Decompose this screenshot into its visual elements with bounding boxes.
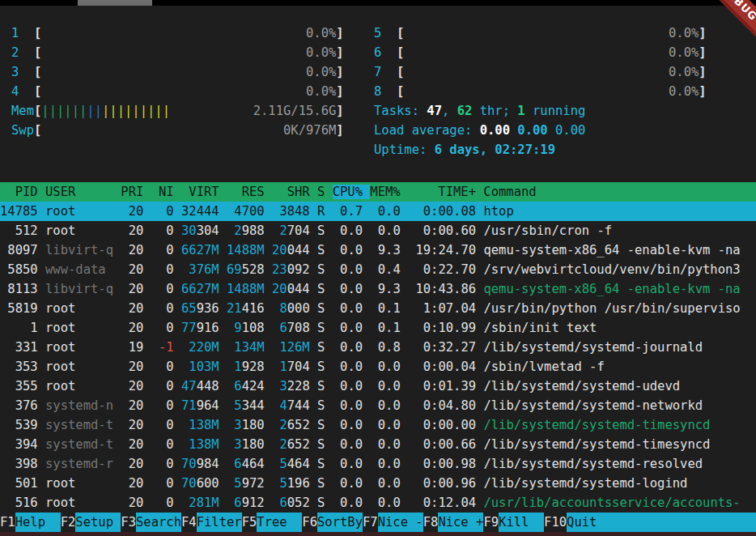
terminal: 1 [ 0.0%]2 [ 0.0%]3 [ 0.0%]4 [ 0.0%]Mem[… <box>0 6 756 532</box>
column-header-pid: PID <box>0 185 45 199</box>
fkey-f2-label[interactable]: Setup <box>75 513 121 532</box>
meters-left-column: 1 [ 0.0%]2 [ 0.0%]3 [ 0.0%]4 [ 0.0%]Mem[… <box>11 23 344 140</box>
process-row-1[interactable]: 1 root 20 0 77916 9108 6708 S 0.0 0.1 0:… <box>0 318 756 338</box>
fkey-f8-label[interactable]: Nice + <box>438 513 483 532</box>
fkey-f9-key[interactable]: F9 <box>483 513 499 532</box>
fkey-f10-key[interactable]: F10 <box>544 513 567 532</box>
column-header-time+: TIME+ <box>408 185 483 199</box>
fkey-f3-key[interactable]: F3 <box>121 513 136 532</box>
process-table: PID USER PRI NI VIRT RES SHR S CPU% MEM%… <box>0 182 756 513</box>
fkey-f3-label[interactable]: Search <box>136 513 181 532</box>
cpu-meter-3: 3 [ 0.0%] <box>11 62 344 82</box>
column-header-s: S <box>317 185 333 199</box>
memory-meter: Mem[||||||||||||||||| 2.11G/15.6G] <box>11 101 344 121</box>
fkey-f9-label[interactable]: Kill <box>499 513 544 532</box>
swap-meter: Swp[ 0K/976M] <box>11 121 344 140</box>
column-header-shr: SHR <box>272 185 317 199</box>
fkey-f2-key[interactable]: F2 <box>61 513 76 532</box>
window-top-strip <box>0 0 756 6</box>
column-header-res: RES <box>227 185 272 199</box>
fkey-f7-label[interactable]: Nice - <box>378 513 423 532</box>
column-header-cpu%[interactable]: CPU% <box>333 185 371 199</box>
column-header-command: Command <box>483 185 536 199</box>
process-row-394[interactable]: 394 systemd-t 20 0 138M 3180 2652 S 0.0 … <box>0 435 756 454</box>
cpu-meter-8: 8 [ 0.0%] <box>374 82 707 101</box>
cpu-meter-2: 2 [ 0.0%] <box>11 43 344 62</box>
fkey-f6-key[interactable]: F6 <box>302 513 317 532</box>
uptime-line: Uptime: 6 days, 02:27:19 <box>374 140 707 160</box>
column-header-virt: VIRT <box>181 185 227 199</box>
cpu-meter-7: 7 [ 0.0%] <box>374 62 707 82</box>
table-header: PID USER PRI NI VIRT RES SHR S CPU% MEM%… <box>0 182 756 202</box>
process-row-353[interactable]: 353 root 20 0 103M 1928 1704 S 0.0 0.0 0… <box>0 357 756 376</box>
process-row-14785[interactable]: 14785 root 20 0 32444 4700 3848 R 0.7 0.… <box>0 202 756 221</box>
fkey-f1-label[interactable]: Help <box>15 513 61 532</box>
fkey-f10-label[interactable]: Quit <box>567 513 612 532</box>
cpu-meter-5: 5 [ 0.0%] <box>374 23 707 43</box>
fkey-f8-key[interactable]: F8 <box>423 513 439 532</box>
function-key-bar: F1Help F2Setup F3SearchF4FilterF5Tree F6… <box>0 513 756 532</box>
tasks-line: Tasks: 47, 62 thr; 1 running <box>374 101 707 121</box>
process-row-516[interactable]: 516 root 20 0 281M 6912 6052 S 0.0 0.0 0… <box>0 493 756 513</box>
column-header-pri: PRI <box>121 185 151 199</box>
cpu-meter-4: 4 [ 0.0%] <box>11 82 344 101</box>
fkey-f6-label[interactable]: SortBy <box>317 513 363 532</box>
process-row-8097[interactable]: 8097 libvirt-q 20 0 6627M 1488M 20044 S … <box>0 240 756 260</box>
cpu-meter-6: 6 [ 0.0%] <box>374 43 707 62</box>
fkey-f4-label[interactable]: Filter <box>197 513 242 532</box>
process-row-539[interactable]: 539 systemd-t 20 0 138M 3180 2652 S 0.0 … <box>0 415 756 435</box>
bottom-edge-strip <box>0 532 756 536</box>
debug-ribbon-label: DEBUG <box>699 0 756 47</box>
process-row-331[interactable]: 331 root 19 -1 220M 134M 126M S 0.0 0.8 … <box>0 338 756 357</box>
column-header-user: USER <box>45 185 121 199</box>
debug-ribbon: DEBUG <box>699 0 756 57</box>
fkey-f4-key[interactable]: F4 <box>181 513 197 532</box>
process-row-398[interactable]: 398 systemd-r 20 0 70984 6464 5464 S 0.0… <box>0 454 756 474</box>
process-row-355[interactable]: 355 root 20 0 47448 6424 3228 S 0.0 0.0 … <box>0 376 756 396</box>
process-row-5819[interactable]: 5819 root 20 0 65936 21416 8000 S 0.0 0.… <box>0 299 756 318</box>
fkey-f7-key[interactable]: F7 <box>363 513 378 532</box>
fkey-bar-filler <box>612 513 756 532</box>
process-row-376[interactable]: 376 systemd-n 20 0 71964 5344 4744 S 0.0… <box>0 396 756 415</box>
process-row-5850[interactable]: 5850 www-data 20 0 376M 69528 23092 S 0.… <box>0 260 756 279</box>
load-average-line: Load average: 0.00 0.00 0.00 <box>374 121 707 140</box>
column-header-mem%: MEM% <box>370 185 408 199</box>
column-header-ni: NI <box>151 185 181 199</box>
process-row-501[interactable]: 501 root 20 0 70600 5972 5196 S 0.0 0.0 … <box>0 474 756 493</box>
window-tab-strip <box>78 0 152 6</box>
htop-screen: DEBUG 1 [ 0.0%]2 [ 0.0%]3 [ 0.0%]4 [ 0.0… <box>0 0 756 536</box>
process-row-512[interactable]: 512 root 20 0 30304 2988 2704 S 0.0 0.0 … <box>0 221 756 240</box>
process-row-8113[interactable]: 8113 libvirt-q 20 0 6627M 1488M 20044 S … <box>0 279 756 299</box>
fkey-f5-label[interactable]: Tree <box>257 513 302 532</box>
fkey-f1-key[interactable]: F1 <box>0 513 15 532</box>
fkey-f5-key[interactable]: F5 <box>242 513 257 532</box>
cpu-meter-1: 1 [ 0.0%] <box>11 23 344 43</box>
meters-right-column: 5 [ 0.0%]6 [ 0.0%]7 [ 0.0%]8 [ 0.0%]Task… <box>374 23 707 160</box>
